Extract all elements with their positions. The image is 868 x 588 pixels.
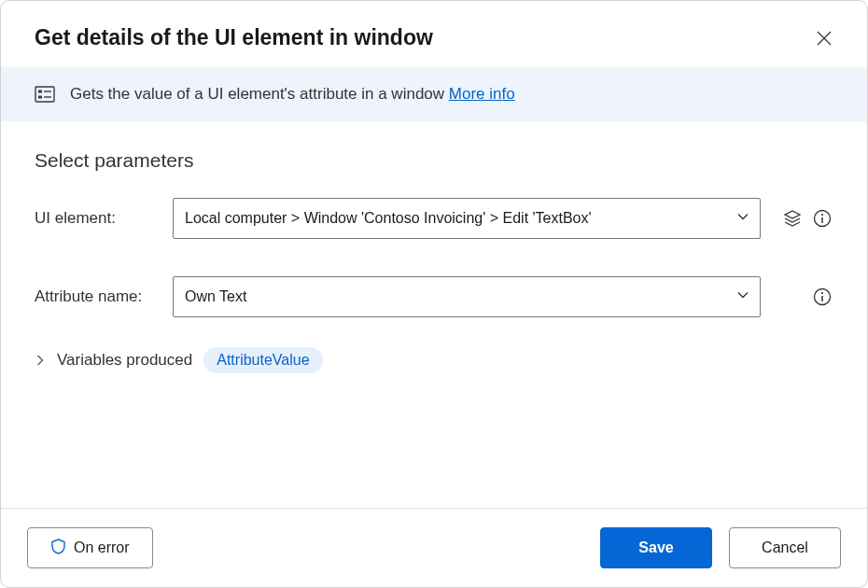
dialog-header: Get details of the UI element in window [1, 1, 867, 67]
on-error-label: On error [74, 539, 130, 556]
on-error-button[interactable]: On error [27, 527, 153, 568]
layers-icon [783, 209, 802, 228]
attribute-info-button[interactable] [811, 286, 833, 308]
close-icon [817, 31, 832, 46]
attribute-select[interactable]: Own Text [173, 276, 761, 317]
section-heading: Select parameters [35, 149, 833, 172]
ui-element-row: UI element: Local computer > Window 'Con… [35, 198, 833, 239]
variables-toggle[interactable] [35, 355, 46, 366]
ui-element-label: UI element: [35, 209, 173, 228]
info-text: Gets the value of a UI element's attribu… [70, 85, 515, 104]
footer-actions: Save Cancel [600, 527, 841, 568]
attribute-label: Attribute name: [35, 287, 173, 306]
svg-point-6 [821, 214, 823, 216]
dialog: Get details of the UI element in window … [0, 0, 868, 588]
attribute-value: Own Text [173, 276, 761, 317]
ui-element-picker-button[interactable] [781, 207, 804, 230]
info-banner: Gets the value of a UI element's attribu… [1, 67, 867, 121]
ui-element-value: Local computer > Window 'Contoso Invoici… [173, 198, 761, 239]
attribute-row: Attribute name: Own Text [35, 276, 833, 317]
ui-element-info-button[interactable] [811, 207, 833, 230]
action-icon [35, 84, 55, 105]
info-icon [813, 209, 832, 228]
shield-icon [50, 539, 66, 558]
cancel-button[interactable]: Cancel [729, 527, 841, 568]
dialog-footer: On error Save Cancel [1, 508, 867, 587]
variables-row: Variables produced AttributeValue [35, 347, 833, 373]
dialog-content: Select parameters UI element: Local comp… [1, 121, 867, 508]
svg-point-9 [821, 292, 823, 294]
save-button[interactable]: Save [600, 527, 712, 568]
ui-element-select[interactable]: Local computer > Window 'Contoso Invoici… [173, 198, 761, 239]
info-icon [813, 287, 832, 306]
more-info-link[interactable]: More info [449, 85, 515, 103]
chevron-right-icon [35, 355, 46, 366]
variable-chip[interactable]: AttributeValue [203, 347, 322, 373]
close-button[interactable] [813, 27, 835, 49]
variables-label: Variables produced [57, 351, 192, 370]
svg-rect-1 [38, 91, 42, 93]
dialog-title: Get details of the UI element in window [35, 25, 433, 50]
svg-rect-3 [38, 96, 42, 99]
svg-rect-0 [35, 87, 54, 102]
info-description: Gets the value of a UI element's attribu… [70, 85, 449, 103]
